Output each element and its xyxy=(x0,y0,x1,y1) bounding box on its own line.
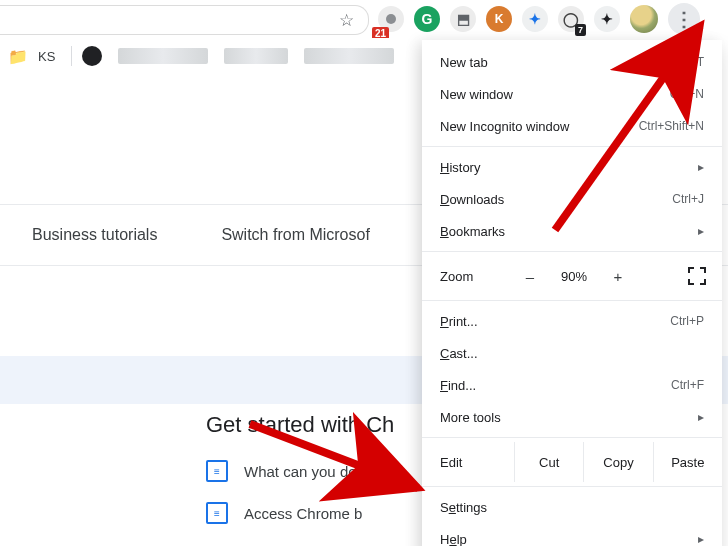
menu-separator xyxy=(422,251,722,252)
get-started-heading: Get started with Ch xyxy=(206,412,394,438)
menu-separator xyxy=(422,146,722,147)
bookmark-item-redacted-2[interactable] xyxy=(224,48,288,64)
bookmark-star-icon[interactable]: ☆ xyxy=(339,10,354,31)
edit-paste-button[interactable]: Paste xyxy=(653,442,722,482)
list-item[interactable]: ≡ What can you do xyxy=(206,460,357,482)
bookmark-favicon-1[interactable] xyxy=(82,46,102,66)
bookmark-folder-ks[interactable]: KS xyxy=(38,49,55,64)
menu-item-cast[interactable]: Cast... xyxy=(422,337,722,369)
menu-item-new-tab[interactable]: New tab Ctrl+T xyxy=(422,46,722,78)
menu-item-settings[interactable]: Settings xyxy=(422,491,722,523)
edit-cut-button[interactable]: Cut xyxy=(514,442,583,482)
menu-item-new-incognito[interactable]: New Incognito window Ctrl+Shift+N xyxy=(422,110,722,142)
chevron-right-icon: ▸ xyxy=(698,410,704,424)
list-item-label: What can you do xyxy=(244,463,357,480)
menu-item-print[interactable]: Print... Ctrl+P xyxy=(422,305,722,337)
divider xyxy=(71,46,72,66)
chrome-main-menu: New tab Ctrl+T New window Ctrl+N New Inc… xyxy=(422,40,722,546)
extension-icon-3[interactable]: ⬒ xyxy=(450,6,476,32)
chrome-menu-button[interactable]: ⋮ xyxy=(668,3,700,35)
menu-item-more-tools[interactable]: More tools ▸ xyxy=(422,401,722,433)
tab-switch-from-microsoft[interactable]: Switch from Microsof xyxy=(189,226,401,244)
chevron-right-icon: ▸ xyxy=(698,224,704,238)
menu-item-help[interactable]: Help ▸ xyxy=(422,523,722,546)
list-item-label: Access Chrome b xyxy=(244,505,362,522)
menu-edit-row: Edit Cut Copy Paste xyxy=(422,442,722,482)
zoom-out-button[interactable]: – xyxy=(510,268,550,285)
document-icon: ≡ xyxy=(206,502,228,524)
extension-icon-6[interactable]: ◯ 7 xyxy=(558,6,584,32)
menu-separator xyxy=(422,300,722,301)
extension-icon-k[interactable]: K xyxy=(486,6,512,32)
list-item[interactable]: ≡ Access Chrome b xyxy=(206,502,362,524)
bookmark-item-redacted-3[interactable] xyxy=(304,48,394,64)
chevron-right-icon: ▸ xyxy=(698,532,704,546)
fullscreen-icon xyxy=(688,267,706,285)
menu-zoom-row: Zoom – 90% + xyxy=(422,256,722,296)
menu-item-downloads[interactable]: Downloads Ctrl+J xyxy=(422,183,722,215)
extensions-puzzle-icon[interactable]: ✦ xyxy=(594,6,620,32)
menu-item-find[interactable]: Find... Ctrl+F xyxy=(422,369,722,401)
bookmark-item-redacted-1[interactable] xyxy=(118,48,208,64)
folder-icon: 📁 xyxy=(8,47,28,66)
menu-item-new-window[interactable]: New window Ctrl+N xyxy=(422,78,722,110)
edit-label: Edit xyxy=(422,442,514,482)
extensions-row: 21 G ⬒ K ✦ ◯ 7 ✦ ⋮ xyxy=(378,2,720,36)
browser-toolbar: ☆ 21 G ⬒ K ✦ ◯ 7 ✦ ⋮ xyxy=(0,0,728,39)
profile-avatar[interactable] xyxy=(630,5,658,33)
fullscreen-button[interactable] xyxy=(686,265,708,287)
tab-business-tutorials[interactable]: Business tutorials xyxy=(0,226,189,244)
menu-item-history[interactable]: History ▸ xyxy=(422,151,722,183)
zoom-in-button[interactable]: + xyxy=(598,268,638,285)
edit-copy-button[interactable]: Copy xyxy=(583,442,652,482)
address-bar[interactable]: ☆ xyxy=(0,5,369,35)
badge-7: 7 xyxy=(575,24,586,36)
zoom-label: Zoom xyxy=(440,269,510,284)
extension-icon-5[interactable]: ✦ xyxy=(522,6,548,32)
extension-icon-1[interactable]: 21 xyxy=(378,6,404,32)
menu-separator xyxy=(422,486,722,487)
menu-item-bookmarks[interactable]: Bookmarks ▸ xyxy=(422,215,722,247)
zoom-value: 90% xyxy=(550,269,598,284)
document-icon: ≡ xyxy=(206,460,228,482)
menu-separator xyxy=(422,437,722,438)
extension-icon-grammarly[interactable]: G xyxy=(414,6,440,32)
chevron-right-icon: ▸ xyxy=(698,160,704,174)
